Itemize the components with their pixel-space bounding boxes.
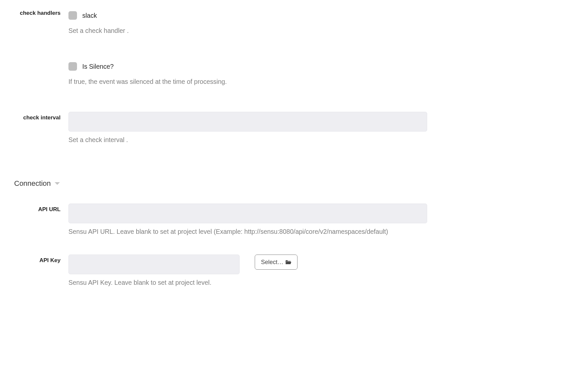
form-container: check handlers slack Set a check handler… [0,0,570,302]
field-api-url: API URL Sensu API URL. Leave blank to se… [0,204,560,235]
api-key-input-row: Select… [68,255,427,274]
is-silence-row: Is Silence? [68,61,427,72]
field-is-silence: Is Silence? If true, the event was silen… [0,61,560,86]
is-silence-content: Is Silence? If true, the event was silen… [68,61,427,86]
connection-section-toggle[interactable]: Connection [0,179,560,188]
api-url-content: Sensu API URL. Leave blank to set at pro… [68,204,427,235]
check-interval-help: Set a check interval . [68,136,427,144]
api-key-help: Sensu API Key. Leave blank to set at pro… [68,279,427,286]
is-silence-checkbox[interactable] [68,62,77,71]
check-handlers-slack-checkbox[interactable] [68,11,77,20]
is-silence-label: Is Silence? [82,63,114,70]
check-handlers-label: check handlers [0,10,68,16]
field-api-key: API Key Select… Sensu API Key. Leave bla… [0,255,560,286]
check-handlers-slack-label: slack [82,12,97,19]
chevron-down-icon [54,181,61,186]
api-key-select-button[interactable]: Select… [255,255,298,270]
api-key-select-label: Select… [261,259,283,266]
check-interval-content: Set a check interval . [68,112,427,144]
api-url-input[interactable] [68,204,427,223]
api-key-label: API Key [0,255,68,264]
connection-section-title: Connection [14,179,51,188]
api-url-help: Sensu API URL. Leave blank to set at pro… [68,228,427,235]
check-handlers-option-slack: slack [68,10,427,21]
check-handlers-content: slack Set a check handler . [68,10,427,35]
api-url-label: API URL [0,204,68,213]
check-interval-input[interactable] [68,112,427,132]
field-check-handlers: check handlers slack Set a check handler… [0,10,560,35]
folder-open-icon [285,259,291,265]
check-interval-label: check interval [0,112,68,121]
api-key-input[interactable] [68,255,240,274]
api-key-content: Select… Sensu API Key. Leave blank to se… [68,255,427,286]
is-silence-help: If true, the event was silenced at the t… [68,78,427,86]
field-check-interval: check interval Set a check interval . [0,112,560,144]
check-handlers-help: Set a check handler . [68,27,427,35]
